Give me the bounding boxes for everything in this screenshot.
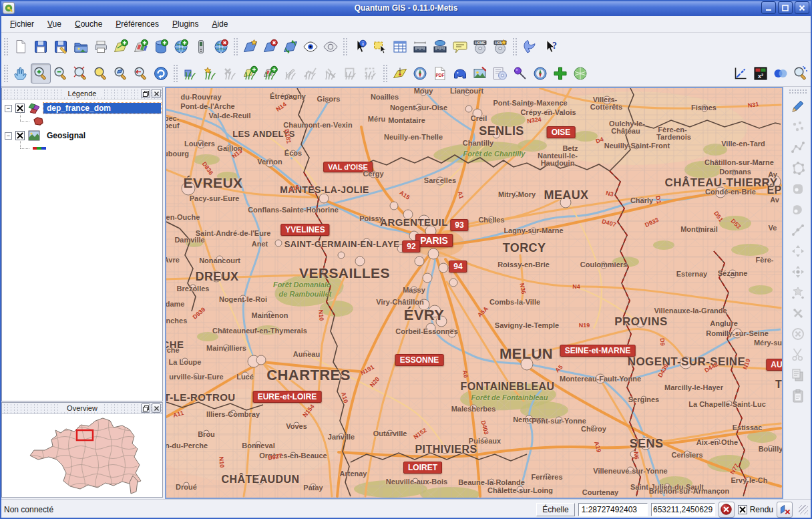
zoom-full-extent-button[interactable] bbox=[71, 63, 91, 83]
plugin-graph-button[interactable] bbox=[731, 63, 751, 83]
show-all-layers-button[interactable] bbox=[300, 37, 321, 57]
projection-button[interactable] bbox=[777, 502, 793, 518]
capture-line-button[interactable] bbox=[789, 138, 807, 157]
zoom-out-button[interactable] bbox=[51, 63, 71, 83]
capture-point-button[interactable] bbox=[789, 118, 807, 136]
print-composer-button[interactable] bbox=[91, 37, 111, 57]
grass-close-mapset-button[interactable] bbox=[220, 63, 240, 83]
zoom-to-selection-button[interactable] bbox=[91, 63, 111, 83]
scale-input[interactable] bbox=[578, 503, 648, 516]
expander-icon[interactable]: − bbox=[5, 132, 12, 140]
grass-digitize-button[interactable] bbox=[280, 63, 300, 83]
open-attribute-table-button[interactable] bbox=[390, 37, 410, 57]
new-vector-layer-button[interactable] bbox=[240, 37, 260, 57]
plugin-metadata-disc-button[interactable] bbox=[490, 63, 510, 83]
save-project-button[interactable] bbox=[31, 37, 51, 57]
maximize-button[interactable] bbox=[778, 1, 793, 14]
copy-features-button[interactable] bbox=[789, 366, 807, 385]
save-project-as-button[interactable] bbox=[51, 37, 71, 57]
menu-fichier[interactable]: Fichier bbox=[4, 17, 40, 31]
menu-couche[interactable]: Couche bbox=[69, 17, 108, 31]
show-bookmarks-button[interactable]: HOME bbox=[470, 37, 490, 57]
gps-tools-button[interactable] bbox=[191, 37, 211, 57]
plugin-raster-calculator-button[interactable]: x² bbox=[751, 63, 771, 83]
expander-icon[interactable]: − bbox=[5, 105, 12, 112]
resize-grip[interactable] bbox=[799, 505, 808, 514]
remove-layer-button[interactable] bbox=[260, 37, 280, 57]
title-bar[interactable]: Quantum GIS - 0.11.0-Metis bbox=[0, 0, 812, 16]
whats-this-help-button[interactable]: ? bbox=[540, 37, 560, 57]
legend-panel-titlebar[interactable]: Légende bbox=[2, 88, 162, 100]
layer-row[interactable]: − dep_france_dom bbox=[2, 102, 162, 115]
add-wms-layer-button[interactable] bbox=[171, 37, 191, 57]
plugin-spit-button[interactable] bbox=[450, 63, 470, 83]
legend-float-button[interactable] bbox=[141, 89, 150, 98]
grass-add-raster-layer-button[interactable] bbox=[260, 63, 280, 83]
add-to-overview-button[interactable] bbox=[280, 37, 300, 57]
zoom-in-button[interactable] bbox=[31, 63, 51, 83]
grass-tools-button[interactable] bbox=[321, 63, 341, 83]
map-tips-button[interactable] bbox=[450, 37, 470, 57]
paste-features-button[interactable] bbox=[789, 387, 807, 405]
grass-edit-attributes-button[interactable] bbox=[300, 63, 321, 83]
refresh-map-button[interactable] bbox=[151, 63, 171, 83]
plugin-georeferencer-button[interactable] bbox=[390, 63, 410, 83]
cut-features-button[interactable] bbox=[789, 345, 807, 364]
menu-plugins[interactable]: Plugins bbox=[166, 17, 204, 31]
plugin-quick-print-button[interactable]: PDF bbox=[430, 63, 450, 83]
layer-checkbox[interactable] bbox=[15, 131, 25, 140]
grass-add-vector-layer-button[interactable] bbox=[240, 63, 260, 83]
add-vertex-button[interactable] bbox=[789, 263, 807, 281]
add-postgis-layer-button[interactable] bbox=[151, 37, 171, 57]
zoom-last-button[interactable] bbox=[131, 63, 151, 83]
pan-map-button[interactable] bbox=[11, 63, 31, 83]
layer-item-dep-france-dom[interactable]: dep_france_dom bbox=[43, 103, 161, 114]
menu-preferences[interactable]: Préférences bbox=[110, 17, 165, 31]
add-wfs-layer-button[interactable] bbox=[211, 37, 231, 57]
plugin-coordinate-capture-button[interactable] bbox=[410, 63, 430, 83]
plugin-overlay-button[interactable] bbox=[771, 63, 791, 83]
layer-row[interactable]: − Geosignal bbox=[2, 129, 162, 142]
delete-vertex-button[interactable] bbox=[789, 304, 807, 323]
grass-display-region-button[interactable] bbox=[341, 63, 361, 83]
overview-panel-titlebar[interactable]: Overview bbox=[2, 403, 162, 414]
new-bookmark-button[interactable]: HOME bbox=[490, 37, 510, 57]
identify-features-button[interactable]: i bbox=[350, 37, 370, 57]
zoom-to-layer-button[interactable] bbox=[111, 63, 131, 83]
plugin-evis-button[interactable] bbox=[470, 63, 490, 83]
delete-selected-button[interactable] bbox=[789, 325, 807, 343]
grass-edit-region-button[interactable] bbox=[361, 63, 381, 83]
close-button[interactable] bbox=[795, 1, 809, 14]
checkbox-checked-icon[interactable] bbox=[738, 505, 747, 514]
menu-vue[interactable]: Vue bbox=[41, 17, 67, 31]
overview-float-button[interactable] bbox=[141, 403, 150, 413]
plugin-north-arrow-button[interactable] bbox=[530, 63, 550, 83]
capture-polygon-button[interactable] bbox=[789, 159, 807, 178]
select-features-button[interactable] bbox=[370, 37, 390, 57]
grass-open-mapset-button[interactable] bbox=[180, 63, 200, 83]
move-feature-button[interactable] bbox=[789, 180, 807, 198]
render-checkbox[interactable]: Rendu bbox=[738, 505, 773, 514]
new-project-button[interactable] bbox=[11, 37, 31, 57]
measure-line-button[interactable] bbox=[410, 37, 430, 57]
grass-new-mapset-button[interactable] bbox=[200, 63, 220, 83]
add-raster-layer-button[interactable] bbox=[131, 37, 151, 57]
overview-close-button[interactable] bbox=[152, 403, 161, 413]
plugin-quick-add-button[interactable] bbox=[550, 63, 570, 83]
simplify-feature-button[interactable] bbox=[789, 283, 807, 302]
add-island-button[interactable] bbox=[789, 221, 807, 240]
plugin-coordinate-pin-button[interactable] bbox=[510, 63, 530, 83]
open-project-button[interactable] bbox=[71, 37, 91, 57]
toggle-editing-button[interactable] bbox=[789, 97, 807, 116]
layer-checkbox[interactable] bbox=[15, 104, 25, 113]
map-canvas[interactable]: ÉVREUXLES ANDELYSMANTES-LA-JOLIESENLISME… bbox=[165, 87, 783, 499]
minimize-button[interactable] bbox=[761, 1, 776, 14]
layer-item-geosignal[interactable]: Geosignal bbox=[43, 130, 161, 141]
overview-map[interactable] bbox=[2, 414, 162, 497]
menu-aide[interactable]: Aide bbox=[206, 17, 234, 31]
move-vertex-button[interactable] bbox=[789, 242, 807, 261]
plugin-globe-button[interactable] bbox=[570, 63, 590, 83]
add-ring-button[interactable] bbox=[789, 200, 807, 219]
legend-close-button[interactable] bbox=[152, 89, 161, 98]
stop-render-button[interactable] bbox=[719, 502, 735, 518]
